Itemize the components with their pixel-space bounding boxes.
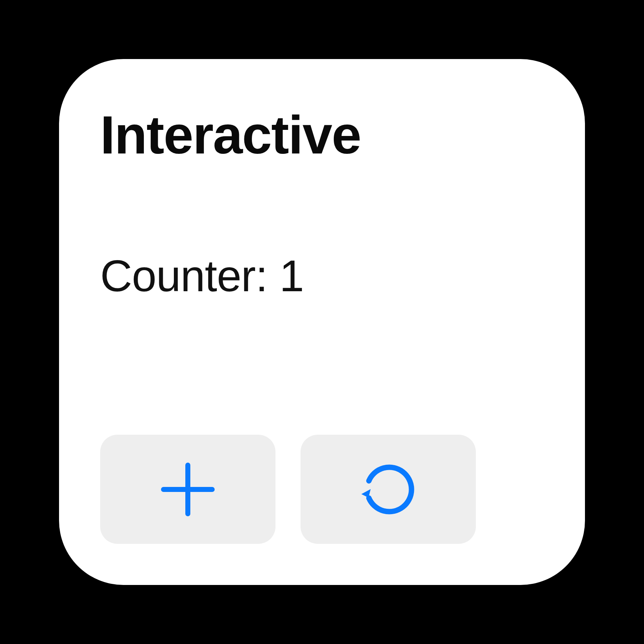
interactive-counter-widget: Interactive Counter: 1: [59, 59, 585, 585]
increment-button[interactable]: [100, 435, 275, 544]
button-row: [100, 435, 544, 544]
reset-icon: [358, 459, 419, 520]
plus-icon: [159, 461, 216, 518]
widget-title: Interactive: [100, 106, 544, 165]
reset-button[interactable]: [301, 435, 476, 544]
counter-label: Counter: 1: [100, 250, 544, 301]
